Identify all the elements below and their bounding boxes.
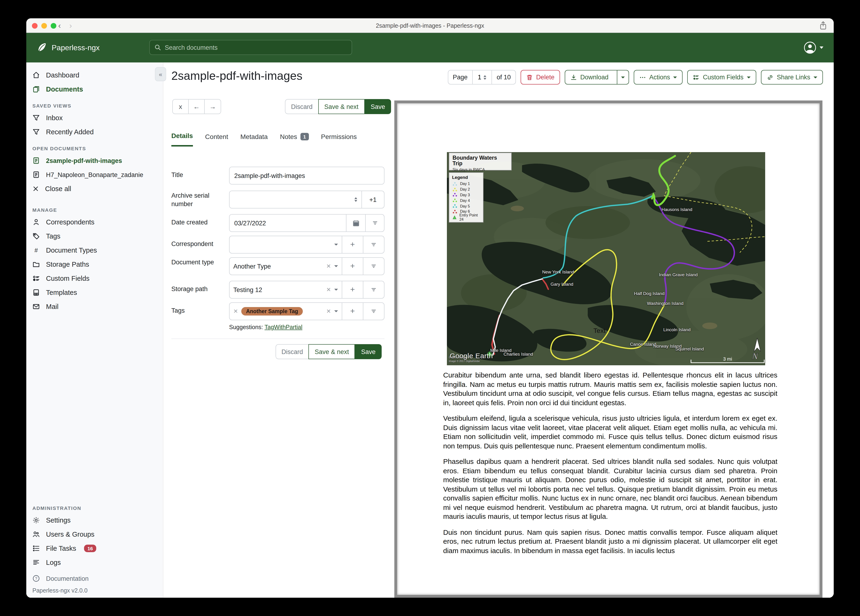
add-tag-button[interactable]: +	[342, 303, 363, 320]
document-type-select[interactable]: Another Type ✕	[229, 258, 342, 275]
app-brand[interactable]: Paperless-ngx	[37, 42, 100, 53]
map-title-box: Boundary Waters Trip Six days in BWCA	[449, 152, 512, 170]
sidebar-item-settings[interactable]: Settings	[26, 513, 163, 527]
date-created-field[interactable]	[229, 215, 346, 231]
download-dropdown-caret[interactable]	[617, 71, 629, 84]
file-icon	[32, 171, 40, 178]
title-field[interactable]	[229, 167, 384, 184]
discard-button[interactable]: Discard	[285, 99, 318, 114]
add-storage-path-button[interactable]: +	[342, 281, 363, 298]
sidebar-item-inbox[interactable]: Inbox	[26, 111, 163, 125]
file-icon	[32, 157, 40, 164]
tab-metadata[interactable]: Metadata	[240, 132, 268, 146]
share-icon[interactable]	[819, 21, 827, 32]
asn-field[interactable]	[229, 191, 355, 208]
add-document-type-button[interactable]: +	[342, 258, 363, 275]
remove-tag-icon[interactable]: ✕	[233, 308, 238, 314]
sidebar-item-label: Templates	[46, 289, 77, 296]
clear-icon[interactable]: ✕	[326, 308, 331, 314]
gear-icon	[32, 517, 40, 524]
tab-permissions[interactable]: Permissions	[321, 132, 357, 146]
share-links-button[interactable]: Share Links	[761, 70, 823, 85]
legend-item: Day 5	[452, 203, 480, 209]
sidebar-close-all[interactable]: Close all	[26, 182, 163, 196]
tag-suggestion-link[interactable]: TagWithPartial	[265, 324, 302, 330]
sidebar-item-document-types[interactable]: # Document Types	[26, 243, 163, 257]
clear-icon[interactable]: ✕	[326, 286, 331, 293]
sidebar-item-logs[interactable]: Logs	[26, 555, 163, 569]
asn-plus-one-button[interactable]: +1	[361, 191, 384, 208]
delete-button[interactable]: Delete	[521, 70, 560, 85]
storage-path-filter-button[interactable]	[363, 281, 384, 298]
sidebar-open-doc-1[interactable]: 2sample-pdf-with-images	[26, 154, 163, 168]
clear-icon[interactable]: ✕	[326, 263, 331, 269]
svg-text:N: N	[752, 351, 759, 361]
sidebar-item-mail[interactable]: Mail	[26, 300, 163, 314]
next-document-button[interactable]: →	[205, 99, 221, 114]
sidebar-item-correspondents[interactable]: Correspondents	[26, 215, 163, 229]
sidebar-collapse-button[interactable]: «	[155, 67, 166, 81]
legend-item-entry-point: Entry Point 24	[452, 215, 480, 220]
page-number-input[interactable]: 1	[472, 70, 492, 85]
storage-path-label: Storage path	[171, 285, 225, 294]
sidebar-item-label: Inbox	[46, 114, 63, 122]
save-button[interactable]: Save	[364, 99, 391, 114]
chevron-down-icon	[334, 244, 338, 245]
document-type-filter-button[interactable]	[363, 258, 384, 275]
custom-fields-icon	[693, 74, 700, 80]
chevron-down-icon	[334, 310, 338, 312]
discard-button[interactable]: Discard	[275, 344, 309, 359]
custom-fields-button[interactable]: Custom Fields	[687, 70, 756, 85]
map-island-label: Half Dog Island	[634, 291, 664, 296]
actions-button[interactable]: Actions	[634, 70, 683, 85]
sidebar-item-tags[interactable]: Tags	[26, 229, 163, 243]
map-copyright-2: Image © 2017 DigitalGlobe	[449, 360, 480, 363]
correspondent-filter-button[interactable]	[363, 236, 384, 253]
app-brand-label: Paperless-ngx	[52, 43, 100, 52]
user-menu[interactable]	[804, 41, 823, 54]
legend-item: Day 2	[452, 187, 480, 193]
sidebar-item-custom-fields[interactable]: Custom Fields	[26, 271, 163, 286]
document-preview-pane[interactable]: N 3 mi Boundary Waters Trip Six days in …	[394, 101, 822, 598]
sidebar-item-label: Mail	[46, 303, 58, 310]
save-group-bottom: Discard Save & next Save	[275, 344, 381, 359]
save-next-button[interactable]: Save & next	[318, 99, 365, 114]
calendar-button[interactable]	[346, 215, 365, 231]
date-filter-button[interactable]	[365, 215, 384, 231]
legend-item: Day 3	[452, 192, 480, 198]
app-version: Paperless-ngx v2.0.0	[26, 585, 163, 594]
sidebar-item-dashboard[interactable]: Dashboard	[26, 68, 163, 82]
page-stepper-icon[interactable]	[484, 75, 486, 80]
filter-icon	[32, 128, 40, 136]
save-next-button[interactable]: Save & next	[309, 344, 355, 359]
tags-filter-button[interactable]	[363, 303, 384, 320]
tab-notes[interactable]: Notes1	[280, 132, 309, 146]
search-input[interactable]: Search documents	[149, 40, 352, 55]
storage-path-select[interactable]: Testing 12 ✕	[229, 281, 342, 298]
previous-document-button[interactable]: ←	[189, 99, 205, 114]
sidebar-item-label: Custom Fields	[46, 275, 89, 282]
sidebar-item-documents[interactable]: Documents	[26, 82, 163, 96]
sidebar-item-recently-added[interactable]: Recently Added	[26, 125, 163, 139]
sidebar-item-templates[interactable]: Templates	[26, 286, 163, 300]
tags-select[interactable]: ✕ Another Sample Tag ✕	[229, 303, 342, 320]
tag-chip[interactable]: Another Sample Tag	[241, 307, 303, 316]
sidebar-item-file-tasks[interactable]: File Tasks 16	[26, 541, 163, 555]
download-button[interactable]: Download	[565, 70, 629, 85]
close-icon	[32, 185, 39, 192]
asn-stepper-icon[interactable]	[355, 191, 361, 208]
sidebar-item-storage-paths[interactable]: Storage Paths	[26, 257, 163, 271]
sidebar-item-users-groups[interactable]: Users & Groups	[26, 527, 163, 541]
app-navbar: Paperless-ngx Search documents	[26, 33, 834, 63]
page-count-label: of 10	[492, 74, 515, 81]
close-document-button[interactable]: x	[173, 99, 189, 114]
sidebar-item-label: Correspondents	[46, 218, 94, 226]
sidebar-open-doc-2[interactable]: H7_Napoleon_Bonaparte_zadanie	[26, 168, 163, 182]
tab-content[interactable]: Content	[205, 132, 228, 146]
sidebar-item-documentation[interactable]: ? Documentation	[26, 572, 163, 585]
tab-details[interactable]: Details	[171, 132, 193, 146]
filter-lines-icon	[370, 286, 377, 293]
correspondent-select[interactable]	[229, 236, 342, 253]
save-button[interactable]: Save	[355, 344, 381, 359]
add-correspondent-button[interactable]: +	[342, 236, 363, 253]
